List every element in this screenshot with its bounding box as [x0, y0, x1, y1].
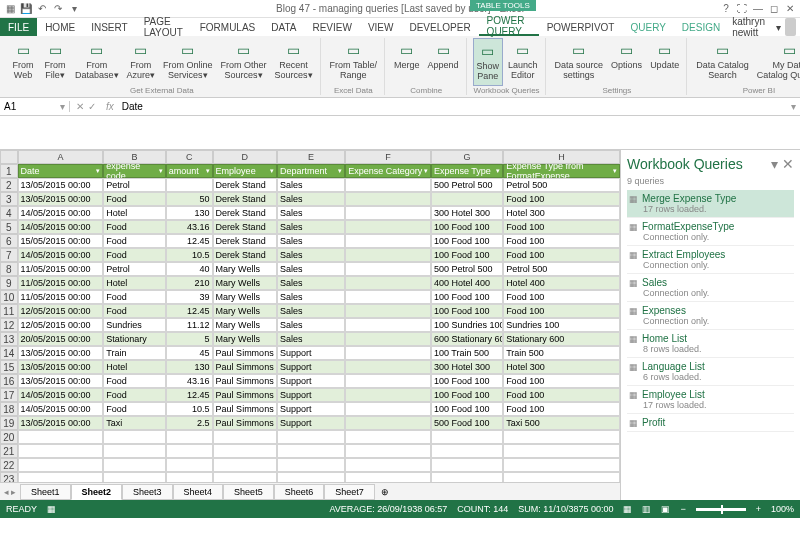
table-header[interactable]: Expense Type from FormatExpense▾	[503, 164, 620, 178]
cell[interactable]	[103, 444, 165, 458]
cell[interactable]	[431, 472, 503, 482]
cell[interactable]	[345, 346, 431, 360]
sheet-tab-sheet2[interactable]: Sheet2	[71, 484, 123, 500]
cell[interactable]: Train 500	[503, 346, 620, 360]
query-item[interactable]: ▦Employee List17 rows loaded.	[627, 386, 794, 414]
name-box[interactable]: A1▾	[0, 101, 70, 112]
cell[interactable]: Sales	[277, 290, 345, 304]
sheet-nav-last-icon[interactable]: ▸	[11, 487, 16, 497]
cell[interactable]: Sales	[277, 262, 345, 276]
cell[interactable]: Sales	[277, 332, 345, 346]
query-item[interactable]: ▦ExpensesConnection only.	[627, 302, 794, 330]
ribbon-datacatalog-button[interactable]: ▭Data Catalog Search	[693, 38, 752, 86]
table-header[interactable]: expense code▾	[103, 164, 165, 178]
cell[interactable]: Food 100	[503, 304, 620, 318]
cell[interactable]: 100 Food 100	[431, 290, 503, 304]
table-header[interactable]: Employee▾	[213, 164, 277, 178]
tab-design[interactable]: DESIGN	[674, 18, 728, 36]
cell[interactable]: Sales	[277, 178, 345, 192]
cell[interactable]: Food	[103, 248, 165, 262]
ribbon-append-button[interactable]: ▭Append	[424, 38, 461, 86]
row-header[interactable]: 2	[0, 178, 18, 192]
cell[interactable]	[345, 276, 431, 290]
cell[interactable]: Sundries	[103, 318, 165, 332]
col-header-H[interactable]: H	[503, 150, 620, 164]
table-header[interactable]: Expense Category▾	[345, 164, 431, 178]
cell[interactable]: 12.45	[166, 388, 213, 402]
cell[interactable]: Sales	[277, 192, 345, 206]
cell[interactable]: Food 100	[503, 402, 620, 416]
cell[interactable]: Food	[103, 220, 165, 234]
cell[interactable]	[345, 416, 431, 430]
cell[interactable]	[166, 458, 213, 472]
cell[interactable]	[103, 430, 165, 444]
ribbon-options-button[interactable]: ▭Options	[608, 38, 645, 86]
cell[interactable]: Support	[277, 402, 345, 416]
cancel-formula-icon[interactable]: ✕	[76, 101, 84, 112]
cell[interactable]: Food 100	[503, 248, 620, 262]
ribbon-from-button[interactable]: ▭From Azure▾	[124, 38, 159, 86]
cell[interactable]: 400 Hotel 400	[431, 276, 503, 290]
cell[interactable]: 100 Food 100	[431, 220, 503, 234]
formula-expand-icon[interactable]: ▾	[787, 101, 800, 112]
cell[interactable]: 100 Food 100	[431, 304, 503, 318]
cell[interactable]: Petrol	[103, 262, 165, 276]
cell[interactable]: 14/05/2015 00:00	[18, 206, 104, 220]
cell[interactable]: 15/05/2015 00:00	[18, 234, 104, 248]
row-header[interactable]: 18	[0, 402, 18, 416]
user-menu-icon[interactable]: ▾	[776, 22, 781, 33]
cell[interactable]	[431, 444, 503, 458]
cell[interactable]: 13/05/2015 00:00	[18, 178, 104, 192]
cell[interactable]: 11/05/2015 00:00	[18, 276, 104, 290]
cell[interactable]: 13/05/2015 00:00	[18, 360, 104, 374]
cell[interactable]	[166, 430, 213, 444]
cell[interactable]	[213, 472, 277, 482]
cell[interactable]	[503, 444, 620, 458]
cell[interactable]: 43.16	[166, 374, 213, 388]
tab-query[interactable]: QUERY	[622, 18, 673, 36]
query-item[interactable]: ▦Home List8 rows loaded.	[627, 330, 794, 358]
cell[interactable]	[345, 290, 431, 304]
tab-home[interactable]: HOME	[37, 18, 83, 36]
cell[interactable]: Derek Stand	[213, 178, 277, 192]
tab-insert[interactable]: INSERT	[83, 18, 136, 36]
ribbon-fromother-button[interactable]: ▭From Other Sources▾	[218, 38, 270, 86]
new-sheet-icon[interactable]: ⊕	[375, 487, 395, 497]
cell[interactable]	[431, 192, 503, 206]
sheet-nav-first-icon[interactable]: ◂	[4, 487, 9, 497]
cell[interactable]	[277, 444, 345, 458]
qat-more-icon[interactable]: ▾	[68, 3, 80, 15]
cell[interactable]: Food	[103, 192, 165, 206]
query-item[interactable]: ▦Language List6 rows loaded.	[627, 358, 794, 386]
cell[interactable]: Derek Stand	[213, 234, 277, 248]
cell[interactable]: Sales	[277, 234, 345, 248]
cell[interactable]: Food	[103, 290, 165, 304]
row-header[interactable]: 9	[0, 276, 18, 290]
ribbon-from-button[interactable]: ▭From Web	[8, 38, 38, 86]
cell[interactable]	[345, 444, 431, 458]
tab-page-layout[interactable]: PAGE LAYOUT	[136, 18, 192, 36]
sheet-tab-sheet6[interactable]: Sheet6	[274, 484, 325, 500]
cell[interactable]: 100 Food 100	[431, 248, 503, 262]
cell[interactable]	[213, 444, 277, 458]
col-header-A[interactable]: A	[18, 150, 104, 164]
cell[interactable]: 11.12	[166, 318, 213, 332]
cell[interactable]: Food 100	[503, 388, 620, 402]
cell[interactable]	[18, 458, 104, 472]
cell[interactable]: 100 Food 100	[431, 374, 503, 388]
pane-dropdown-icon[interactable]: ▾	[771, 156, 778, 172]
row-header[interactable]: 1	[0, 164, 18, 178]
cell[interactable]	[345, 178, 431, 192]
row-header[interactable]: 22	[0, 458, 18, 472]
accept-formula-icon[interactable]: ✓	[88, 101, 96, 112]
cell[interactable]: Mary Wells	[213, 318, 277, 332]
cell[interactable]: 600 Stationary 600	[431, 332, 503, 346]
ribbon-merge-button[interactable]: ▭Merge	[391, 38, 423, 86]
cell[interactable]: 11/05/2015 00:00	[18, 262, 104, 276]
cell[interactable]: Support	[277, 388, 345, 402]
query-item[interactable]: ▦Profit	[627, 414, 794, 432]
cell[interactable]	[345, 360, 431, 374]
cell[interactable]: Mary Wells	[213, 276, 277, 290]
cell[interactable]: Paul Simmons	[213, 374, 277, 388]
col-header-G[interactable]: G	[431, 150, 503, 164]
